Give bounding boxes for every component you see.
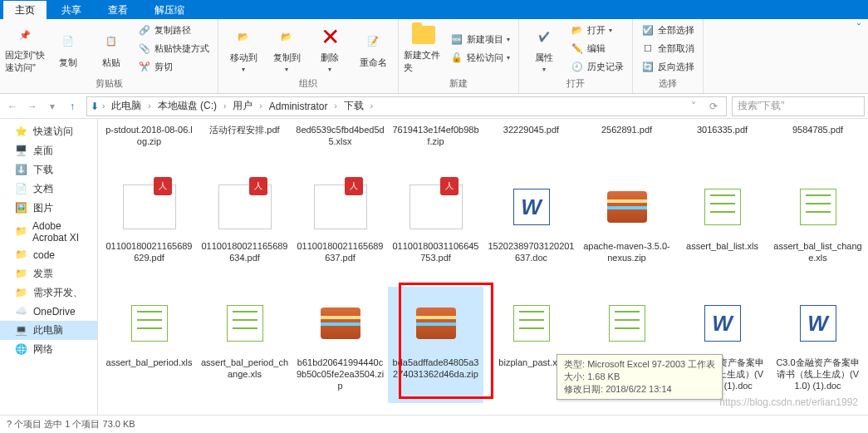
copy-to-button[interactable]: 📂复制到▾	[267, 22, 306, 74]
copy-button[interactable]: 📄 复制	[48, 22, 88, 74]
star-icon: ⭐	[15, 125, 28, 139]
select-none-button[interactable]: ☐全部取消	[638, 40, 698, 57]
pin-label: 固定到"快速访问"	[5, 49, 45, 74]
file-item[interactable]: 3016335.pdf	[674, 121, 770, 170]
select-all-button[interactable]: ☑️全部选择	[638, 22, 698, 38]
nav-forward-button[interactable]: →	[23, 97, 42, 116]
file-item[interactable]: assert_bal_list_change.xls	[770, 170, 866, 287]
tab-extract[interactable]: 解压缩	[143, 1, 196, 19]
file-item[interactable]: 人01100180021165689629.pdf	[101, 170, 197, 287]
file-item[interactable]: 8ed6539c5fbd4bed5d5.xlsx	[292, 121, 388, 170]
file-item[interactable]: p-stdout.2018-08-06.log.zip	[101, 121, 197, 170]
file-item[interactable]: 人01100180031106645753.pdf	[388, 170, 483, 287]
crumb-drive[interactable]: 本地磁盘 (C:)	[154, 99, 220, 113]
refresh-button[interactable]: ⟳	[704, 97, 723, 116]
open-button[interactable]: 📂打开▾	[567, 22, 627, 38]
sidebar-item-code[interactable]: 📁code	[0, 246, 97, 264]
file-grid[interactable]: p-stdout.2018-08-06.log.zip活动行程安排.pdf8ed…	[98, 119, 868, 415]
file-item[interactable]: b61bd20641994440c9b50c05fe2ea3504.zip	[292, 287, 388, 403]
new-item-button[interactable]: 🆕新建项目▾	[447, 31, 513, 47]
rename-button[interactable]: 📝重命名	[353, 22, 393, 74]
file-name: assert_bal_period_change.xls	[197, 357, 292, 380]
tab-home[interactable]: 主页	[3, 1, 47, 19]
sidebar-item-图片[interactable]: 🖼️图片	[0, 199, 97, 218]
file-name: 01100180021165689629.pdf	[101, 240, 197, 263]
sidebar-item-label: code	[33, 249, 55, 261]
edit-button[interactable]: ✏️编辑	[567, 40, 627, 57]
status-bar: ? 个项目 选中 1 个项目 73.0 KB	[0, 415, 868, 433]
sidebar-item-此电脑[interactable]: 💻此电脑	[0, 321, 97, 340]
sidebar-item-快速访问[interactable]: ⭐快速访问	[0, 122, 97, 141]
file-item[interactable]: W15202389703120201637.doc	[483, 170, 579, 287]
history-icon: 🕘	[571, 60, 584, 73]
paste-shortcut-icon: 📎	[138, 42, 151, 55]
file-thumb	[788, 177, 848, 237]
sidebar-item-文档[interactable]: 📄文档	[0, 180, 97, 199]
file-thumb	[502, 293, 562, 353]
sidebar-item-网络[interactable]: 🌐网络	[0, 340, 97, 359]
ribbon-collapse-button[interactable]: ˇ	[850, 19, 868, 37]
file-item[interactable]: apache-maven-3.5.0-nexus.zip	[579, 170, 674, 287]
copy-path-button[interactable]: 🔗复制路径	[135, 22, 213, 38]
sidebar-item-下载[interactable]: ⬇️下载	[0, 160, 97, 180]
file-item[interactable]: 活动行程安排.pdf	[197, 121, 292, 170]
ribbon-group-new: 新建文件夹 🆕新建项目▾ 🔓轻松访问▾ 新建	[399, 19, 519, 93]
properties-button[interactable]: ✔️属性▾	[524, 22, 564, 74]
sidebar-item-Adobe Acrobat XI[interactable]: 📁Adobe Acrobat XI	[0, 218, 97, 246]
history-button[interactable]: 🕘历史记录	[567, 58, 627, 75]
open-label: 打开	[587, 24, 606, 37]
file-item[interactable]: bda5adffade84805a3274031362d46da.zip	[388, 287, 483, 403]
folder-icon: 📁	[15, 287, 28, 300]
easy-access-button[interactable]: 🔓轻松访问▾	[447, 49, 513, 66]
invert-select-button[interactable]: 🔄反向选择	[638, 58, 698, 75]
file-item[interactable]: 人01100180021165689637.pdf	[292, 170, 388, 287]
chevron-down-icon: ▾	[507, 36, 510, 43]
pin-icon: 📌	[12, 22, 38, 47]
sidebar-item-发票[interactable]: 📁发票	[0, 264, 97, 283]
nav-recent-button[interactable]: ▾	[43, 97, 61, 116]
invert-label: 反向选择	[658, 61, 694, 73]
sidebar-item-OneDrive[interactable]: ☁️OneDrive	[0, 303, 97, 321]
file-item[interactable]: 7619413e1f4ef0b98bf.zip	[388, 121, 483, 170]
file-item[interactable]: assert_bal_period_change.xls	[197, 287, 292, 403]
tab-share[interactable]: 共享	[50, 1, 93, 19]
crumb-thispc[interactable]: 此电脑	[108, 99, 145, 113]
delete-button[interactable]: ✕删除▾	[310, 22, 350, 74]
nav-back-button[interactable]: ←	[3, 97, 22, 116]
open-icon: 📂	[571, 23, 584, 37]
move-to-button[interactable]: 📂移动到▾	[223, 22, 263, 74]
ribbon-group-clipboard: 📌 固定到"快速访问" 📄 复制 📋 粘贴 🔗复制路径 📎粘贴快捷方式 ✂️剪切…	[0, 19, 218, 93]
move-to-label: 移动到	[230, 52, 257, 64]
crumb-users[interactable]: 用户	[229, 99, 256, 113]
file-item[interactable]: assert_bal_list.xls	[674, 170, 770, 287]
paste-button[interactable]: 📋 粘贴	[91, 22, 131, 74]
paste-shortcut-button[interactable]: 📎粘贴快捷方式	[135, 40, 213, 57]
chevron-right-icon: ›	[332, 101, 338, 111]
copy-path-icon: 🔗	[138, 23, 151, 37]
cut-button[interactable]: ✂️剪切	[135, 58, 213, 75]
search-input[interactable]: 搜索"下载"	[732, 96, 865, 116]
file-item[interactable]: 32229045.pdf	[483, 121, 579, 170]
file-item[interactable]: 人01100180021165689634.pdf	[197, 170, 292, 287]
file-item[interactable]: assert_bal_period.xls	[101, 287, 197, 403]
new-folder-button[interactable]: 新建文件夹	[404, 22, 444, 74]
path-dropdown-button[interactable]: ˅	[684, 97, 703, 116]
copy-to-icon: 📂	[273, 23, 300, 50]
sidebar-item-需求开发、[interactable]: 📁需求开发、	[0, 283, 97, 303]
breadcrumb-path[interactable]: ⬇ › 此电脑› 本地磁盘 (C:)› 用户› Administrator› 下…	[86, 96, 727, 116]
file-item[interactable]: 9584785.pdf	[770, 121, 866, 170]
file-item[interactable]: 2562891.pdf	[579, 121, 674, 170]
tab-view[interactable]: 查看	[96, 1, 140, 19]
file-thumb: 人	[120, 177, 179, 237]
file-item[interactable]: WC3.0金融资产备案申请书（线上生成）(V1.0) (1).doc	[770, 287, 866, 403]
invert-icon: 🔄	[641, 60, 655, 73]
crumb-admin[interactable]: Administrator	[266, 101, 331, 112]
nav-up-button[interactable]: ↑	[63, 97, 81, 116]
sidebar-item-桌面[interactable]: 🖥️桌面	[0, 141, 97, 160]
ribbon-group-select: ☑️全部选择 ☐全部取消 🔄反向选择 选择	[633, 19, 704, 93]
folder-icon: 📁	[15, 248, 28, 262]
organize-group-label: 组织	[223, 76, 393, 91]
pin-quick-access-button[interactable]: 📌 固定到"快速访问"	[5, 22, 45, 74]
crumb-downloads[interactable]: 下载	[341, 99, 367, 113]
document-icon: 📄	[15, 183, 28, 196]
